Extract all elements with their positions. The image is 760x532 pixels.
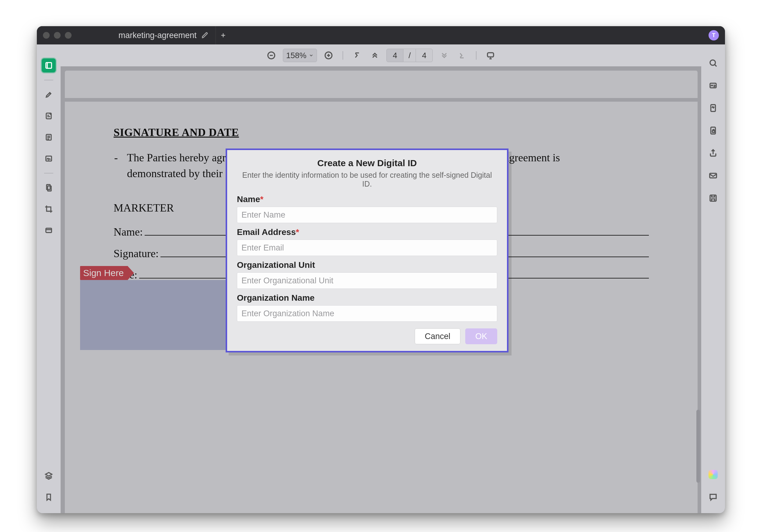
layers-button[interactable] [42,469,56,483]
avatar[interactable]: T [709,30,719,40]
name-label: Name* [237,195,497,204]
presentation-button[interactable] [485,49,497,62]
required-marker: * [296,227,299,237]
svg-rect-5 [48,186,51,191]
copilot-icon [709,470,718,479]
tab-bar: marketing-agreement [111,26,230,44]
email-label: Email Address* [237,227,497,237]
chevron-down-icon [309,53,313,58]
new-tab-button[interactable] [216,32,230,39]
search-button[interactable] [706,56,720,70]
ok-button[interactable]: OK [465,329,497,344]
svg-rect-9 [488,53,494,57]
share-button[interactable] [706,146,720,160]
save-button[interactable] [706,191,720,205]
last-page-button[interactable] [456,49,468,62]
window-close-button[interactable] [43,32,50,39]
zoom-value: 158% [286,51,307,60]
svg-rect-6 [46,228,52,233]
zoom-select[interactable]: 158% [283,49,317,62]
page-sep: / [404,49,416,62]
bookmark-button[interactable] [42,490,56,504]
rail-separator [44,80,53,80]
svg-rect-14 [712,131,715,132]
thumbnails-button[interactable] [42,59,56,72]
top-toolbar: 158% 4 / 4 [61,44,701,66]
org-name-input[interactable] [237,305,497,322]
left-rail [37,44,61,513]
mail-button[interactable] [706,169,720,183]
page-total: 4 [416,49,433,62]
email-input[interactable] [237,240,497,256]
org-name-label: Organization Name [237,293,497,303]
svg-rect-4 [47,185,50,190]
tab-title: marketing-agreement [119,31,197,40]
highlighter-button[interactable] [42,88,56,102]
dialog-title: Create a New Digital ID [237,158,497,168]
svg-rect-15 [710,173,717,178]
name-input[interactable] [237,207,497,223]
create-digital-id-dialog: Create a New Digital ID Enter the identi… [226,149,508,352]
toolbar-separator [476,51,477,60]
ocr-button[interactable] [706,78,720,93]
org-unit-label: Organizational Unit [237,260,497,270]
redact-button[interactable] [42,223,56,238]
form-button[interactable] [42,130,56,144]
zoom-in-button[interactable] [322,49,335,62]
signature-button[interactable] [42,152,56,165]
crop-button[interactable] [42,202,56,216]
rail-separator [44,173,53,173]
svg-rect-0 [46,63,52,68]
page-edit-button[interactable] [42,181,56,195]
tab-document[interactable]: marketing-agreement [111,26,216,44]
avatar-initial: T [712,32,716,39]
compress-button[interactable] [706,101,720,115]
window-controls [43,32,71,39]
app-body: 158% 4 / 4 [37,44,725,513]
zoom-out-button[interactable] [265,49,277,62]
toolbar-separator [343,51,343,60]
edit-tab-icon[interactable] [202,32,208,39]
window-minimize-button[interactable] [54,32,61,39]
dialog-subtitle: Enter the identity information to be use… [237,171,497,188]
window-zoom-button[interactable] [65,32,71,39]
required-marker: * [260,195,263,204]
annotate-button[interactable] [42,109,56,123]
protect-button[interactable] [706,123,720,138]
svg-point-10 [710,60,716,66]
copilot-button[interactable] [706,467,720,481]
svg-rect-16 [710,195,716,201]
first-page-button[interactable] [351,49,363,62]
right-rail [701,44,725,513]
cancel-button[interactable]: Cancel [415,329,460,344]
org-unit-input[interactable] [237,272,497,289]
prev-page-button[interactable] [369,49,381,62]
app-window: marketing-agreement T [37,26,725,513]
page-indicator: 4 / 4 [386,49,433,62]
comment-button[interactable] [706,490,720,504]
page-current-input[interactable]: 4 [386,49,404,62]
titlebar: marketing-agreement T [37,26,725,44]
next-page-button[interactable] [438,49,450,62]
